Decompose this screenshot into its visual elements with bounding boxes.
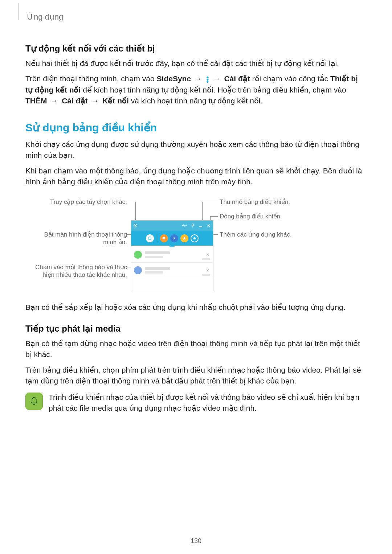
notification-app-icon <box>134 251 142 259</box>
svg-rect-4 <box>199 226 202 227</box>
text: và kích hoạt tính năng tự động kết nối. <box>129 97 263 105</box>
callout-add-apps: Thêm các ứng dụng khác. <box>220 231 328 238</box>
close-icon[interactable] <box>207 223 211 228</box>
connector-line <box>127 202 136 202</box>
paragraph: Bạn có thể tạm dừng nhạc hoặc video trên… <box>25 338 367 360</box>
dashboard-diagram: Truy cập các tùy chọn khác. Bật màn hình… <box>25 195 367 293</box>
connector-line <box>202 202 218 202</box>
menu-item: Kết nối <box>102 97 129 105</box>
svg-marker-3 <box>186 225 187 226</box>
app-shortcut[interactable] <box>180 234 188 242</box>
note-text: Trình điều khiển nhạc của thiết bị được … <box>49 392 367 414</box>
paragraph: Trên bảng điều khiển, chọn phím phát trê… <box>25 365 367 387</box>
add-app-button[interactable] <box>191 234 199 242</box>
text: rồi chạm vào công tắc <box>250 74 330 83</box>
section-title-dashboard: Sử dụng bảng điều khiển <box>25 121 367 134</box>
text: Trên điện thoại thông minh, chạm vào <box>25 74 157 83</box>
connector-line <box>202 202 203 223</box>
menu-item: THÊM <box>25 97 47 105</box>
divider <box>157 234 157 242</box>
more-options-icon: ••• <box>206 76 209 83</box>
bell-icon <box>25 393 43 410</box>
subhead-resume-media: Tiếp tục phát lại media <box>25 324 367 334</box>
callout-close: Đóng bảng điều khiển. <box>220 213 328 220</box>
svg-point-1 <box>135 225 136 226</box>
callout-more-options: Truy cập các tùy chọn khác. <box>33 198 127 206</box>
notification-time <box>202 258 210 260</box>
arrow-icon: → <box>88 97 103 105</box>
paragraph: Nếu hai thiết bị đã được kết nối trước đ… <box>25 58 367 69</box>
menu-item: Cài đặt <box>224 74 250 83</box>
app-shortcut[interactable] <box>170 234 178 242</box>
notification-item[interactable]: × <box>131 247 213 263</box>
paragraph: Khởi chạy các ứng dụng được sử dụng thườ… <box>25 139 367 161</box>
more-options-icon[interactable] <box>133 223 138 228</box>
app-name: SideSync <box>157 74 191 83</box>
callout-minimize: Thu nhỏ bảng điều khiển. <box>220 198 328 206</box>
arrow-icon: → <box>209 74 224 83</box>
svg-marker-6 <box>183 237 186 239</box>
connector-line <box>210 216 218 217</box>
text: để kích hoạt tính năng tự động kết nối. … <box>81 86 346 94</box>
paragraph: Khi bạn chạm vào một thông báo, ứng dụng… <box>25 165 367 188</box>
minimize-icon[interactable] <box>199 223 203 228</box>
notification-time <box>202 274 210 276</box>
svg-rect-5 <box>149 237 151 240</box>
usb-icon <box>182 223 187 228</box>
notification-item[interactable]: × <box>131 263 213 278</box>
paragraph: Bạn có thể sắp xếp lại hoặc xóa các ứng … <box>25 302 367 313</box>
svg-point-2 <box>182 225 183 226</box>
notification-text <box>145 251 205 258</box>
dashboard-panel: × × <box>131 220 213 291</box>
header-rule <box>18 3 19 20</box>
info-note: Trình điều khiển nhạc của thiết bị được … <box>25 392 367 414</box>
subhead-auto-connect: Tự động kết nối với các thiết bị <box>25 44 367 54</box>
pin-icon[interactable] <box>191 223 195 228</box>
page-number: 130 <box>0 537 392 545</box>
arrow-icon: → <box>47 97 62 105</box>
arrow-icon: → <box>191 74 206 83</box>
page: Ứng dụng Tự động kết nối với các thiết b… <box>0 0 392 554</box>
dismiss-icon[interactable]: × <box>205 267 210 273</box>
panel-app-bar <box>131 231 213 246</box>
callout-notification-actions: Chạm vào một thông báo và thực hiện nhiề… <box>33 263 127 279</box>
dismiss-icon[interactable]: × <box>205 252 210 258</box>
paragraph: Trên điện thoại thông minh, chạm vào Sid… <box>25 73 367 106</box>
app-shortcut[interactable] <box>160 234 168 242</box>
breadcrumb: Ứng dụng <box>27 12 367 22</box>
virtual-screen-button[interactable] <box>146 234 154 242</box>
panel-titlebar <box>131 221 213 231</box>
notification-app-icon <box>134 266 142 274</box>
notification-text <box>145 267 205 274</box>
menu-item: Cài đặt <box>62 97 87 105</box>
callout-virtual-screen: Bật màn hình điện thoại thông minh ảo. <box>33 231 127 246</box>
